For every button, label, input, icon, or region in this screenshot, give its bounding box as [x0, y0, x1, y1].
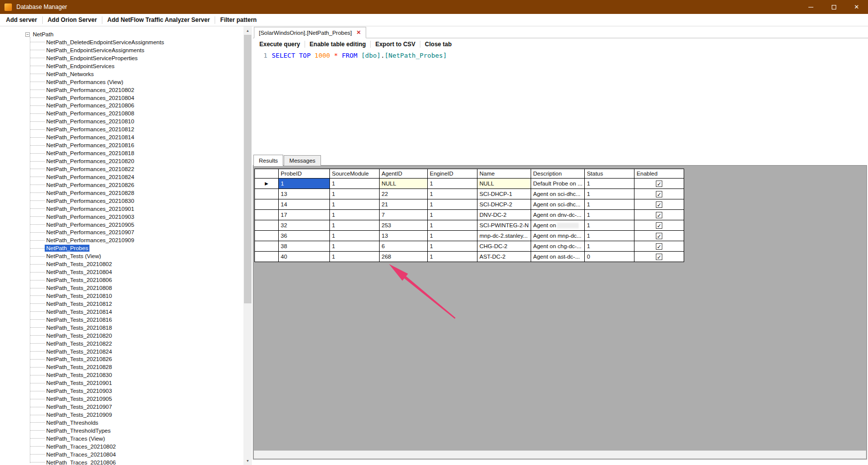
grid-cell[interactable]: Agent on chg-dc-... — [531, 241, 585, 252]
grid-cell[interactable]: 40 — [279, 252, 330, 262]
maximize-button[interactable] — [822, 0, 845, 14]
table-row[interactable]: 3212531SCI-PWINTEG-2-NAgent on1✓ — [255, 220, 684, 231]
grid-cell[interactable]: DNV-DC-2 — [477, 210, 531, 220]
tree-item[interactable]: NetPath_Performances_20210812 — [0, 125, 243, 133]
scroll-up-icon[interactable]: ▲ — [243, 26, 252, 35]
tree-item[interactable]: NetPath_Performances_20210804 — [0, 94, 243, 102]
tree-item[interactable]: NetPath_Performances (View) — [0, 78, 243, 86]
grid-cell[interactable]: 36 — [279, 231, 330, 241]
checkbox-checked-icon[interactable]: ✓ — [656, 212, 662, 218]
grid-cell[interactable]: mnp-dc-2.stanley... — [477, 231, 531, 241]
tree-item[interactable]: NetPath_Tests_20210810 — [0, 292, 243, 300]
tree-item[interactable]: NetPath_Performances_20210830 — [0, 197, 243, 205]
row-header[interactable]: ▶ — [255, 179, 279, 189]
grid-cell-enabled[interactable]: ✓ — [634, 179, 684, 189]
grid-cell[interactable]: 1 — [330, 241, 380, 252]
grid-cell-enabled[interactable]: ✓ — [634, 241, 684, 252]
tree-item[interactable]: NetPath_Performances_20210808 — [0, 109, 243, 117]
tree-item[interactable]: NetPath_Tests_20210814 — [0, 308, 243, 316]
grid-cell[interactable]: Agent on sci-dhc... — [531, 189, 585, 199]
row-header[interactable] — [255, 220, 279, 231]
tree-item[interactable]: NetPath_Tests_20210808 — [0, 284, 243, 292]
grid-cell[interactable]: 253 — [380, 220, 428, 231]
grid-cell[interactable]: 1 — [428, 189, 477, 199]
grid-cell-enabled[interactable]: ✓ — [634, 199, 684, 210]
column-header-description[interactable]: Description — [531, 169, 585, 179]
row-header[interactable] — [255, 199, 279, 210]
tab-close-icon[interactable]: ✕ — [356, 29, 361, 36]
tree-item[interactable]: NetPath_ThresholdTypes — [0, 427, 243, 435]
tab-messages[interactable]: Messages — [284, 155, 320, 166]
checkbox-checked-icon[interactable]: ✓ — [656, 233, 662, 239]
grid-corner-cell[interactable] — [255, 169, 279, 179]
tree-item[interactable]: NetPath_Tests_20210828 — [0, 363, 243, 371]
close-tab-button[interactable]: Close tab — [420, 41, 456, 48]
tree-item[interactable]: NetPath_Networks — [0, 70, 243, 78]
grid-cell[interactable]: 13 — [380, 231, 428, 241]
table-row[interactable]: 4012681AST-DC-2Agent on ast-dc-...0✓ — [255, 252, 684, 262]
tree-item[interactable]: NetPath_Performances_20210828 — [0, 189, 243, 197]
grid-cell[interactable]: NULL — [477, 179, 531, 189]
tree-item[interactable]: NetPath_Performances_20210905 — [0, 221, 243, 229]
tree-item[interactable]: NetPath_Performances_20210909 — [0, 236, 243, 244]
row-header[interactable] — [255, 189, 279, 199]
tree-item[interactable]: NetPath_EndpointServiceProperties — [0, 54, 243, 62]
tree-item[interactable]: NetPath_Tests_20210824 — [0, 348, 243, 356]
add-orion-server-button[interactable]: Add Orion Server — [43, 16, 102, 23]
grid-cell[interactable]: 1 — [428, 252, 477, 262]
grid-cell[interactable]: 1 — [330, 189, 380, 199]
tree-item[interactable]: NetPath_Performances_20210903 — [0, 213, 243, 221]
tree-item[interactable]: NetPath_Performances_20210901 — [0, 205, 243, 213]
grid-cell[interactable]: 1 — [330, 252, 380, 262]
tree-item[interactable]: NetPath_Performances_20210802 — [0, 86, 243, 94]
column-header-agentid[interactable]: AgentID — [380, 169, 428, 179]
grid-cell[interactable]: Agent on dnv-dc-... — [531, 210, 585, 220]
tree-item[interactable]: NetPath_Performances_20210818 — [0, 149, 243, 157]
table-row[interactable]: 131221SCI-DHCP-1Agent on sci-dhc...1✓ — [255, 189, 684, 199]
grid-cell[interactable]: 22 — [380, 189, 428, 199]
grid-cell-enabled[interactable]: ✓ — [634, 252, 684, 262]
column-header-sourcemodule[interactable]: SourceModule — [330, 169, 380, 179]
grid-cell[interactable]: Agent on — [531, 220, 585, 231]
grid-cell[interactable]: Agent on mnp-dc... — [531, 231, 585, 241]
grid-horizontal-scrollbar[interactable] — [254, 451, 866, 459]
tree-item[interactable]: NetPath_Performances_20210814 — [0, 133, 243, 141]
grid-cell-enabled[interactable]: ✓ — [634, 210, 684, 220]
row-header[interactable] — [255, 231, 279, 241]
tree-collapse-icon[interactable]: − — [25, 32, 30, 37]
grid-cell[interactable]: SCI-DHCP-1 — [477, 189, 531, 199]
tree-item[interactable]: NetPath_Performances_20210907 — [0, 229, 243, 237]
grid-cell[interactable]: SCI-PWINTEG-2-N — [477, 220, 531, 231]
grid-cell-enabled[interactable]: ✓ — [634, 220, 684, 231]
grid-cell[interactable]: AST-DC-2 — [477, 252, 531, 262]
grid-cell[interactable]: 32 — [279, 220, 330, 231]
tree-item-selected[interactable]: NetPath_Probes — [0, 244, 243, 252]
grid-cell[interactable]: NULL — [380, 179, 428, 189]
grid-cell[interactable]: 1 — [330, 210, 380, 220]
tree-item[interactable]: NetPath_Tests (View) — [0, 252, 243, 260]
checkbox-checked-icon[interactable]: ✓ — [656, 201, 662, 208]
grid-cell[interactable]: 1 — [428, 231, 477, 241]
column-header-name[interactable]: Name — [477, 169, 531, 179]
grid-cell[interactable]: 1 — [585, 241, 634, 252]
tree-item[interactable]: NetPath_Performances_20210826 — [0, 181, 243, 189]
tree-item[interactable]: NetPath_Tests_20210818 — [0, 324, 243, 332]
tree-item[interactable]: NetPath_Tests_20210830 — [0, 371, 243, 379]
tree-item[interactable]: NetPath_Tests_20210816 — [0, 316, 243, 324]
grid-cell[interactable]: 0 — [585, 252, 634, 262]
grid-cell[interactable]: 1 — [428, 220, 477, 231]
grid-cell[interactable]: 7 — [380, 210, 428, 220]
grid-cell[interactable]: Default Probe on ... — [531, 179, 585, 189]
grid-cell[interactable]: 14 — [279, 199, 330, 210]
tree-scrollbar[interactable]: ▲ ▼ — [243, 26, 252, 465]
tree-item[interactable]: NetPath_Tests_20210901 — [0, 379, 243, 387]
tree-root-node[interactable]: − NetPath — [25, 30, 54, 38]
grid-cell[interactable]: 1 — [428, 179, 477, 189]
grid-cell-enabled[interactable]: ✓ — [634, 189, 684, 199]
tree-item[interactable]: NetPath_Tests_20210822 — [0, 340, 243, 348]
tree-item[interactable]: NetPath_Performances_20210822 — [0, 165, 243, 173]
grid-cell[interactable]: 1 — [330, 231, 380, 241]
table-row[interactable]: 141211SCI-DHCP-2Agent on sci-dhc...1✓ — [255, 199, 684, 210]
add-netflow-server-button[interactable]: Add NetFlow Traffic Analyzer Server — [102, 16, 215, 23]
tree-item[interactable]: NetPath_Performances_20210820 — [0, 157, 243, 165]
